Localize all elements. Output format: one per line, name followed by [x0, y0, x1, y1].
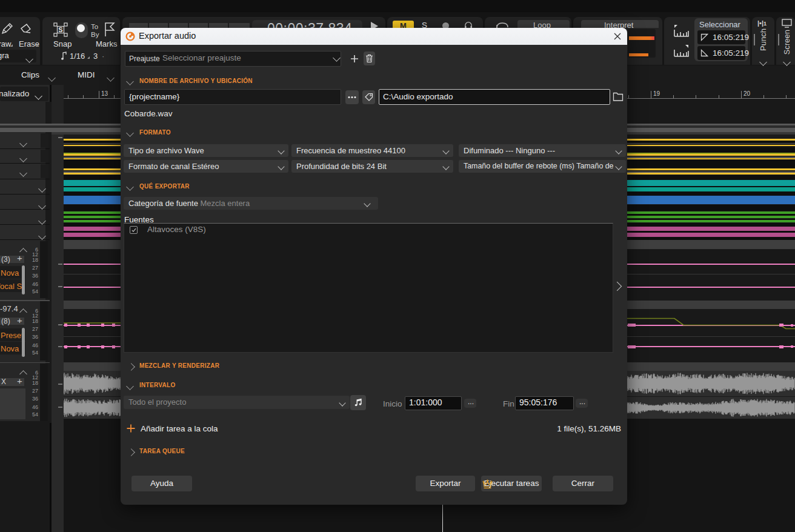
svg-text:46: 46: [32, 404, 38, 410]
svg-text:46: 46: [32, 342, 38, 348]
svg-text:27: 27: [32, 326, 38, 332]
svg-text:19: 19: [653, 90, 660, 97]
svg-text:27: 27: [32, 388, 38, 394]
svg-text:S: S: [58, 26, 62, 33]
svg-text:27: 27: [32, 265, 38, 271]
svg-text:18: 18: [32, 257, 38, 263]
svg-text:18: 18: [32, 318, 38, 324]
svg-text:54: 54: [32, 411, 38, 417]
svg-text:54: 54: [32, 288, 38, 294]
svg-text:18: 18: [32, 380, 38, 386]
svg-text:46: 46: [32, 281, 38, 287]
svg-text:54: 54: [32, 350, 38, 356]
svg-text:36: 36: [32, 273, 38, 279]
svg-text:20: 20: [743, 90, 751, 97]
svg-text:36: 36: [32, 396, 38, 402]
svg-text:36: 36: [32, 334, 38, 340]
svg-text:13: 13: [101, 90, 108, 97]
